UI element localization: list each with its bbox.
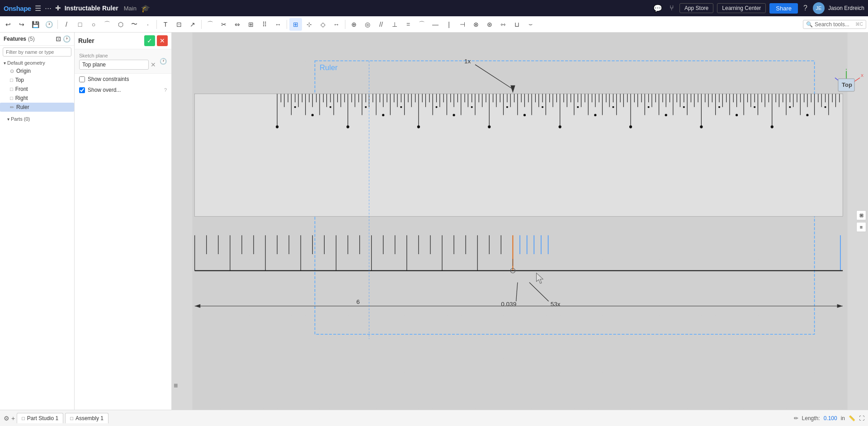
svg-point-177 bbox=[665, 114, 667, 116]
construction-toggle[interactable]: ◇ bbox=[316, 18, 329, 31]
username[interactable]: Jason Erdreich bbox=[828, 5, 864, 11]
nav-icon-1[interactable]: ⋯ bbox=[45, 4, 52, 12]
length-value: 0.100 bbox=[824, 415, 837, 421]
search-tools-label: Search tools... bbox=[815, 21, 849, 28]
sidebar-clock-icon[interactable]: 🕐 bbox=[63, 35, 71, 43]
canvas-bottom-left[interactable]: ≡ bbox=[172, 380, 179, 392]
sketch-cancel-button[interactable]: ✕ bbox=[157, 35, 168, 46]
sidebar-filter-icon[interactable]: ⊡ bbox=[56, 35, 61, 43]
fullscreen-icon[interactable]: ⛶ bbox=[859, 415, 864, 421]
default-geometry-label[interactable]: ▾ Default geometry bbox=[0, 59, 74, 66]
layers-icon[interactable]: ≡ bbox=[856, 222, 866, 232]
parallel-tool[interactable]: // bbox=[375, 18, 387, 31]
show-overd-checkbox[interactable] bbox=[79, 87, 85, 93]
tangent-tool[interactable]: ⌒ bbox=[415, 18, 428, 31]
symm-tool[interactable]: ⇿ bbox=[497, 18, 509, 31]
add-tab-icon[interactable]: + bbox=[11, 415, 15, 422]
sketch-ok-button[interactable]: ✓ bbox=[144, 35, 155, 46]
equal-tool[interactable]: = bbox=[402, 18, 415, 31]
mirror-tool[interactable]: ⇔ bbox=[231, 18, 244, 31]
gear-icon[interactable]: ⚙ bbox=[4, 415, 9, 422]
appstore-button[interactable]: App Store bbox=[679, 3, 713, 13]
toolbar-separator-2 bbox=[156, 20, 157, 29]
plane-clock-icon[interactable]: 🕐 bbox=[160, 58, 167, 65]
toolbar-separator-4 bbox=[287, 20, 287, 29]
snap-toggle[interactable]: ⊹ bbox=[303, 18, 316, 31]
history-button[interactable]: 🕐 bbox=[42, 18, 55, 31]
branch-icon[interactable]: ⑂ bbox=[668, 2, 676, 14]
rect-tool[interactable]: □ bbox=[74, 18, 86, 31]
grad-icon[interactable]: 🎓 bbox=[141, 4, 150, 13]
search-tools-field[interactable]: 🔍 Search tools... ⌘C bbox=[803, 20, 866, 29]
undo-button[interactable]: ↩ bbox=[2, 18, 14, 31]
help-circle-icon[interactable]: ? bbox=[164, 87, 167, 93]
sidebar-item-right[interactable]: □ Right bbox=[0, 94, 74, 103]
top-navigation: Onshape ☰ ⋯ ✚ Instructable Ruler Main 🎓 … bbox=[0, 0, 868, 16]
polygon-tool[interactable]: ⬡ bbox=[114, 18, 127, 31]
show-constraints-checkbox[interactable] bbox=[79, 76, 85, 82]
svg-point-194 bbox=[789, 106, 791, 108]
bottom-right-info: ✏ Length: 0.100 in 📏 ⛶ bbox=[794, 415, 864, 421]
sidebar-item-front[interactable]: □ Front bbox=[0, 85, 74, 94]
svg-point-166 bbox=[417, 125, 420, 128]
tab-assembly[interactable]: □ Assembly 1 bbox=[65, 413, 108, 423]
dim-tool[interactable]: ↔ bbox=[330, 18, 343, 31]
point-tool[interactable]: · bbox=[142, 18, 154, 31]
text-tool[interactable]: T bbox=[159, 18, 172, 31]
canvas-area[interactable]: Ruler bbox=[172, 33, 868, 410]
line-tool[interactable]: / bbox=[60, 18, 73, 31]
sidebar-item-top[interactable]: □ Top bbox=[0, 76, 74, 85]
coincident-tool[interactable]: ⊕ bbox=[348, 18, 360, 31]
fix-tool[interactable]: ⊗ bbox=[470, 18, 482, 31]
svg-point-190 bbox=[648, 106, 650, 108]
tab-part-studio[interactable]: □ Part Studio 1 bbox=[17, 413, 63, 423]
smooth-tool[interactable]: ⌣ bbox=[524, 18, 537, 31]
trim-tool[interactable]: ✂ bbox=[217, 18, 230, 31]
help-icon[interactable]: ? bbox=[802, 2, 809, 14]
svg-text:X: X bbox=[861, 73, 863, 78]
top-label: Top bbox=[15, 77, 24, 83]
vert-tool[interactable]: | bbox=[443, 18, 455, 31]
pattern-tool[interactable]: ⠿ bbox=[258, 18, 271, 31]
proj-tool[interactable]: ⊡ bbox=[173, 18, 185, 31]
filter-input[interactable] bbox=[3, 47, 71, 57]
nav-icon-2[interactable]: ✚ bbox=[55, 4, 61, 12]
learning-center-button[interactable]: Learning Center bbox=[717, 3, 766, 13]
user-avatar[interactable]: JE bbox=[813, 2, 825, 14]
perp-tool[interactable]: ⊥ bbox=[388, 18, 401, 31]
hamburger-menu[interactable]: ☰ bbox=[35, 4, 41, 13]
fillet-tool[interactable]: ⌒ bbox=[204, 18, 217, 31]
sidebar-item-ruler[interactable]: ✏ Ruler bbox=[0, 103, 74, 112]
circle-tool[interactable]: ○ bbox=[87, 18, 100, 31]
svg-point-179 bbox=[806, 114, 808, 116]
units-icon[interactable]: 📏 bbox=[849, 415, 855, 421]
use-tool[interactable]: ↗ bbox=[186, 18, 199, 31]
grid-toggle[interactable]: ⊞ bbox=[289, 18, 302, 31]
coincident2-tool[interactable]: ⊔ bbox=[510, 18, 523, 31]
save-button[interactable]: 💾 bbox=[29, 18, 42, 31]
share-button[interactable]: Share bbox=[769, 3, 798, 14]
search-shortcut: ⌘C bbox=[855, 22, 863, 27]
midpt-tool[interactable]: ⊣ bbox=[456, 18, 469, 31]
transform-tool[interactable]: ↔ bbox=[272, 18, 284, 31]
sidebar: Features (5) ⊡ 🕐 ▾ Default geometry ⊙ Or… bbox=[0, 33, 75, 410]
redo-button[interactable]: ↪ bbox=[15, 18, 28, 31]
offset-tool[interactable]: ⊞ bbox=[245, 18, 257, 31]
dim-1x-label: 1x bbox=[464, 58, 471, 65]
horz-tool[interactable]: — bbox=[429, 18, 442, 31]
svg-point-188 bbox=[577, 106, 579, 108]
concentric-tool[interactable]: ◎ bbox=[361, 18, 374, 31]
orientation-cube[interactable]: X Y Top bbox=[828, 69, 864, 105]
svg-point-165 bbox=[346, 125, 349, 128]
spline-tool[interactable]: 〜 bbox=[128, 18, 141, 31]
parts-label[interactable]: ▾ Parts (0) bbox=[4, 115, 71, 123]
plane-clear-icon[interactable]: ✕ bbox=[149, 61, 158, 68]
sketch-header: Ruler ✓ ✕ bbox=[75, 33, 171, 49]
pierce-tool[interactable]: ⊛ bbox=[483, 18, 496, 31]
document-title: Instructable Ruler bbox=[65, 5, 118, 12]
grid-icon[interactable]: ⊞ bbox=[856, 210, 866, 220]
arc-tool[interactable]: ⌒ bbox=[101, 18, 113, 31]
chat-icon[interactable]: 💬 bbox=[651, 2, 664, 14]
sidebar-item-origin[interactable]: ⊙ Origin bbox=[0, 66, 74, 76]
svg-point-178 bbox=[736, 114, 738, 116]
